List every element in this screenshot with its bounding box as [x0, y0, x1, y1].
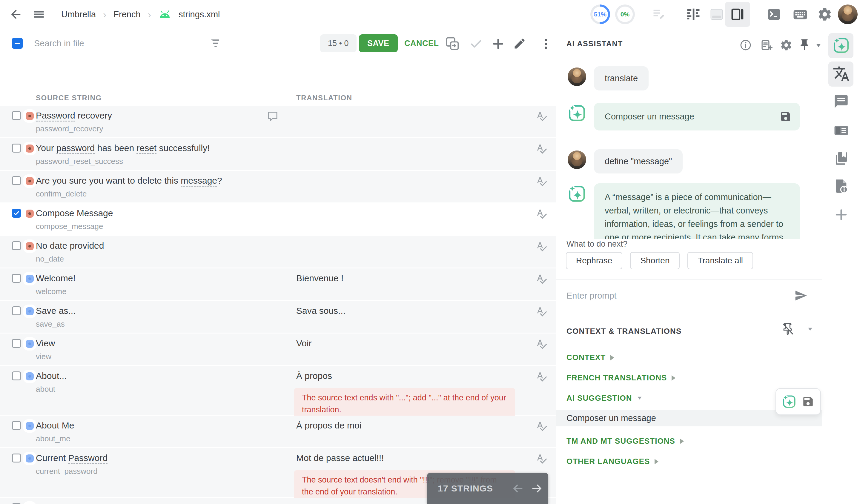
back-button[interactable] [9, 0, 23, 29]
settings-button[interactable] [816, 0, 834, 29]
search-input[interactable]: Search in file [34, 29, 84, 58]
save-suggestion-button[interactable] [780, 111, 792, 126]
save-icon[interactable] [802, 395, 814, 408]
row-checkbox[interactable] [12, 421, 21, 430]
breadcrumb-project[interactable]: Umbrella [61, 10, 96, 19]
console-button[interactable] [765, 0, 783, 29]
string-row[interactable]: No date providedno_date [0, 236, 556, 268]
spellcheck-icon[interactable] [536, 273, 547, 285]
user-menu[interactable] [838, 0, 858, 29]
other-languages-section[interactable]: OTHER LANGUAGES [567, 457, 658, 466]
add-string-button[interactable] [491, 37, 505, 52]
split-view-icon [686, 7, 701, 22]
pin-panel-button[interactable] [798, 38, 811, 53]
shorten-button[interactable]: Shorten [630, 252, 680, 269]
ai-sparkle-icon[interactable] [782, 394, 797, 409]
comments-tab[interactable] [822, 94, 860, 109]
collapse-context-button[interactable] [807, 327, 813, 331]
ai-assistant-tab[interactable] [822, 37, 860, 54]
right-panel-view-button[interactable] [725, 0, 750, 29]
shortcuts-button[interactable] [791, 0, 809, 29]
copy-source-button[interactable] [445, 36, 460, 52]
unpin-button[interactable] [781, 322, 794, 337]
string-row[interactable]: Password recoverypassword_recovery [0, 106, 556, 137]
translate-tab[interactable] [822, 65, 860, 83]
context-section[interactable]: CONTEXT [567, 353, 614, 362]
row-checkbox[interactable] [12, 144, 21, 153]
save-icon[interactable] [780, 111, 792, 123]
spellcheck-icon[interactable] [536, 371, 547, 382]
save-button[interactable]: SAVE [359, 34, 398, 52]
source-word: Current [36, 453, 68, 463]
row-checkbox[interactable] [12, 274, 21, 283]
assistant-info-button[interactable] [739, 39, 752, 53]
row-checkbox[interactable] [12, 339, 21, 348]
approve-check-icon [470, 37, 483, 51]
string-row[interactable]: Welcome!welcomeBienvenue ! [0, 269, 556, 300]
row-checkbox[interactable] [12, 111, 21, 120]
row-checkbox[interactable] [12, 306, 21, 315]
breadcrumb-file[interactable]: strings.xml [178, 10, 220, 19]
row-checkbox[interactable] [12, 241, 21, 250]
string-row[interactable]: Compose Messagecompose_message [0, 203, 556, 235]
string-row[interactable]: Your password has been reset successfull… [0, 138, 556, 170]
spellcheck-icon[interactable] [536, 143, 547, 154]
context-card-tab[interactable] [822, 123, 860, 139]
progress-ring-approved: 0% [615, 4, 635, 24]
collapse-assistant-button[interactable] [816, 44, 821, 47]
strings-pager: 17 STRINGS [427, 473, 548, 504]
translate-all-button[interactable]: Translate all [687, 252, 753, 269]
add-panel-tab[interactable] [822, 207, 860, 222]
string-row[interactable]: ViewviewVoir [0, 333, 556, 365]
row-checkbox[interactable] [12, 209, 21, 218]
row-checkbox[interactable] [12, 176, 21, 185]
string-row[interactable]: About...aboutÀ proposThe source text end… [0, 366, 556, 415]
next-arrow-icon[interactable] [530, 481, 544, 495]
spellcheck-icon[interactable] [536, 420, 547, 432]
file-info-tab[interactable] [822, 178, 860, 194]
spellcheck-icon[interactable] [536, 111, 547, 122]
ai-suggestion-section[interactable]: AI SUGGESTION [567, 393, 642, 403]
string-row[interactable]: Are you sure you want to delete this mes… [0, 171, 556, 202]
spellcheck-icon[interactable] [536, 453, 547, 464]
breadcrumb-language[interactable]: French [113, 10, 140, 19]
spellcheck-icon[interactable] [536, 338, 547, 350]
spellcheck-icon[interactable] [536, 175, 547, 187]
select-all-checkbox[interactable] [12, 38, 23, 49]
filter-button[interactable] [209, 37, 222, 51]
translation-progress[interactable]: 51% [590, 0, 610, 29]
approval-progress[interactable]: 0% [615, 0, 635, 29]
glossary-tab[interactable] [822, 150, 860, 166]
translation-text: Voir [296, 338, 312, 348]
spellcheck-icon[interactable] [536, 241, 547, 252]
string-row[interactable]: About Meabout_meÀ propos de moi [0, 416, 556, 447]
row-checkbox[interactable] [12, 371, 21, 380]
prompt-input[interactable]: Enter prompt [567, 279, 617, 312]
main-menu-button[interactable] [32, 0, 45, 29]
new-conversation-button[interactable] [760, 39, 773, 53]
context-card-icon [833, 123, 849, 139]
row-checkbox[interactable] [12, 453, 21, 462]
send-prompt-button[interactable] [794, 289, 807, 303]
more-actions-button[interactable] [539, 37, 553, 52]
cancel-button[interactable]: CANCEL [401, 34, 442, 52]
prev-arrow-icon[interactable] [511, 481, 525, 495]
draft-notes-button[interactable] [650, 0, 668, 29]
comment-bubble-icon[interactable] [267, 111, 278, 123]
french-translations-section[interactable]: FRENCH TRANSLATIONS [567, 373, 675, 383]
pencil-icon [513, 37, 526, 50]
avatar [568, 68, 586, 86]
spellcheck-icon[interactable] [536, 306, 547, 317]
filter-icon [209, 37, 222, 50]
bottom-panel-view-button[interactable] [708, 0, 726, 29]
tm-mt-suggestions-section[interactable]: TM AND MT SUGGESTIONS [567, 436, 684, 446]
spellcheck-icon[interactable] [536, 208, 547, 219]
rephrase-button[interactable]: Rephrase [566, 252, 622, 269]
message-text: A “message” is a piece of communication—… [605, 192, 786, 239]
approve-button[interactable] [470, 37, 483, 52]
edit-string-button[interactable] [513, 37, 526, 51]
side-by-side-view-button[interactable] [685, 0, 702, 29]
assistant-settings-button[interactable] [780, 39, 792, 53]
string-row[interactable]: Save as...save_asSava sous... [0, 301, 556, 333]
section-label: FRENCH TRANSLATIONS [567, 373, 667, 383]
